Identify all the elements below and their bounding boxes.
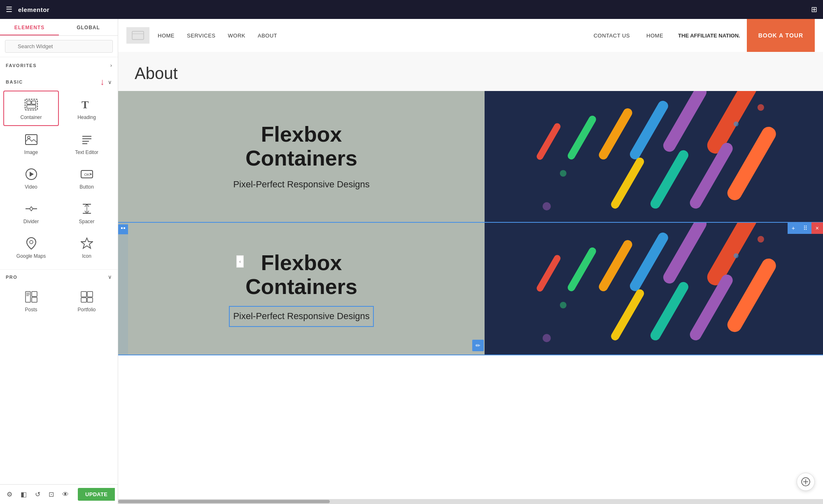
- collapse-panel-arrow[interactable]: ‹: [236, 255, 244, 268]
- portfolio-label: Portfolio: [77, 307, 96, 313]
- app-logo: elementor: [18, 6, 805, 13]
- search-input[interactable]: [5, 40, 113, 53]
- update-button[interactable]: UPDATE: [78, 488, 115, 501]
- nav-services[interactable]: SERVICES: [187, 33, 216, 39]
- empty-bottom: [118, 355, 823, 404]
- favorites-arrow: ›: [110, 62, 112, 68]
- widget-icon[interactable]: Icon: [59, 230, 114, 264]
- svg-point-44: [758, 104, 764, 111]
- svg-marker-20: [81, 238, 93, 248]
- delete-section-button[interactable]: ×: [811, 222, 823, 234]
- basic-section-header[interactable]: BASIC ↓ ∨: [0, 72, 118, 91]
- top-bar: ☰ elementor ⊞: [0, 0, 823, 19]
- grid-icon[interactable]: ⊞: [811, 5, 817, 14]
- svg-rect-50: [124, 227, 125, 229]
- heading-icon: T: [80, 98, 93, 111]
- section2-right: [485, 223, 823, 355]
- widget-posts[interactable]: Posts: [3, 283, 59, 318]
- widget-divider[interactable]: Divider: [3, 195, 59, 230]
- flex-section-2: + ⠿ × Flexbox Containers Pixel-Perfect R…: [118, 223, 823, 355]
- svg-rect-28: [87, 292, 93, 297]
- nav-right: CONTACT US HOME THE AFFILIATE NATION. BO…: [585, 19, 815, 52]
- menu-icon[interactable]: ☰: [6, 5, 12, 14]
- nav-work[interactable]: WORK: [228, 33, 245, 39]
- svg-point-64: [560, 302, 567, 308]
- section-controls: + ⠿ ×: [788, 222, 823, 234]
- search-bar: 🔍: [0, 36, 118, 57]
- spacer-label: Spacer: [79, 219, 94, 224]
- book-tour-button[interactable]: BOOK A TOUR: [747, 19, 815, 52]
- image-label: Image: [24, 149, 38, 155]
- text-editor-icon: [80, 133, 93, 146]
- section1-subtitle: Pixel-Perfect Responsive Designs: [233, 178, 369, 191]
- canvas-scrollbar-thumb[interactable]: [118, 500, 330, 503]
- section1-right: [485, 91, 823, 223]
- divider-label: Divider: [23, 219, 39, 224]
- add-section-button[interactable]: +: [788, 222, 799, 234]
- page-content: About Flexbox Containers Pixel-Perfect R…: [118, 52, 823, 499]
- nav-home[interactable]: HOME: [158, 33, 175, 39]
- nav-contact-us[interactable]: CONTACT US: [585, 33, 638, 39]
- settings-icon[interactable]: ⚙: [4, 488, 15, 501]
- favorites-section-header[interactable]: FAVORITES ›: [0, 57, 118, 72]
- history-icon[interactable]: ↺: [33, 488, 43, 501]
- divider-icon: [25, 202, 38, 215]
- svg-point-65: [543, 334, 551, 342]
- maps-icon: [25, 237, 38, 250]
- flex-section-1: Flexbox Containers Pixel-Perfect Respons…: [118, 91, 823, 223]
- section1-title: Flexbox Containers: [245, 123, 357, 170]
- widget-button[interactable]: OK Button: [59, 161, 114, 195]
- svg-point-45: [734, 121, 739, 126]
- svg-rect-2: [32, 101, 36, 104]
- svg-rect-29: [81, 298, 86, 302]
- svg-point-46: [560, 170, 567, 177]
- container-label: Container: [20, 114, 42, 120]
- svg-rect-49: [121, 227, 123, 229]
- layers-icon[interactable]: ◧: [18, 488, 29, 501]
- widget-video[interactable]: Video: [3, 161, 59, 195]
- heading-label: Heading: [77, 114, 96, 120]
- widget-google-maps[interactable]: Google Maps: [3, 230, 59, 264]
- nav-home-right[interactable]: HOME: [638, 33, 671, 39]
- widget-spacer[interactable]: Spacer: [59, 195, 114, 230]
- widget-container[interactable]: Container: [3, 91, 59, 126]
- widget-portfolio[interactable]: Portfolio: [59, 283, 114, 318]
- tab-elements[interactable]: ELEMENTS: [0, 19, 59, 35]
- posts-icon: [25, 290, 38, 303]
- button-label: Button: [79, 184, 94, 190]
- move-section-button[interactable]: ⠿: [799, 222, 811, 234]
- canvas-scrollbar[interactable]: [118, 499, 823, 504]
- left-panel: ELEMENTS GLOBAL 🔍 FAVORITES › BASIC ↓ ∨: [0, 19, 118, 504]
- spacer-icon: [80, 202, 93, 215]
- canvas-scroll[interactable]: About Flexbox Containers Pixel-Perfect R…: [118, 52, 823, 499]
- icon-widget-icon: [80, 237, 93, 250]
- svg-point-47: [543, 202, 551, 210]
- nav-links: HOME SERVICES WORK ABOUT: [158, 33, 585, 39]
- svg-point-63: [734, 253, 739, 258]
- pro-label: PRO: [6, 275, 17, 280]
- svg-rect-3: [27, 105, 36, 108]
- site-nav: HOME SERVICES WORK ABOUT CONTACT US HOME…: [118, 19, 823, 52]
- image-icon: [25, 133, 38, 146]
- svg-point-19: [30, 240, 33, 244]
- edit-pencil[interactable]: ✏: [472, 340, 484, 351]
- eye-icon[interactable]: 👁: [60, 488, 71, 501]
- tab-global[interactable]: GLOBAL: [59, 19, 118, 35]
- pro-section-header[interactable]: PRO ∨: [0, 269, 118, 283]
- section2-subtitle: Pixel-Perfect Responsive Designs: [230, 307, 373, 326]
- navigate-button[interactable]: [797, 473, 815, 491]
- about-title: About: [135, 64, 807, 83]
- widget-text-editor[interactable]: Text Editor: [59, 126, 114, 161]
- video-icon: [25, 168, 38, 181]
- basic-label: BASIC: [6, 79, 23, 84]
- button-icon: OK: [80, 168, 93, 181]
- nav-thumbnail: [126, 27, 149, 44]
- widget-image[interactable]: Image: [3, 126, 59, 161]
- widget-grid-basic: Container T Heading: [0, 91, 118, 268]
- responsive-icon[interactable]: ⊡: [46, 488, 56, 501]
- section2-left: Flexbox Containers Pixel-Perfect Respons…: [118, 223, 485, 355]
- svg-rect-26: [32, 297, 37, 302]
- nav-about[interactable]: ABOUT: [258, 33, 277, 39]
- row-handle[interactable]: [118, 224, 128, 234]
- widget-heading[interactable]: T Heading: [59, 91, 114, 126]
